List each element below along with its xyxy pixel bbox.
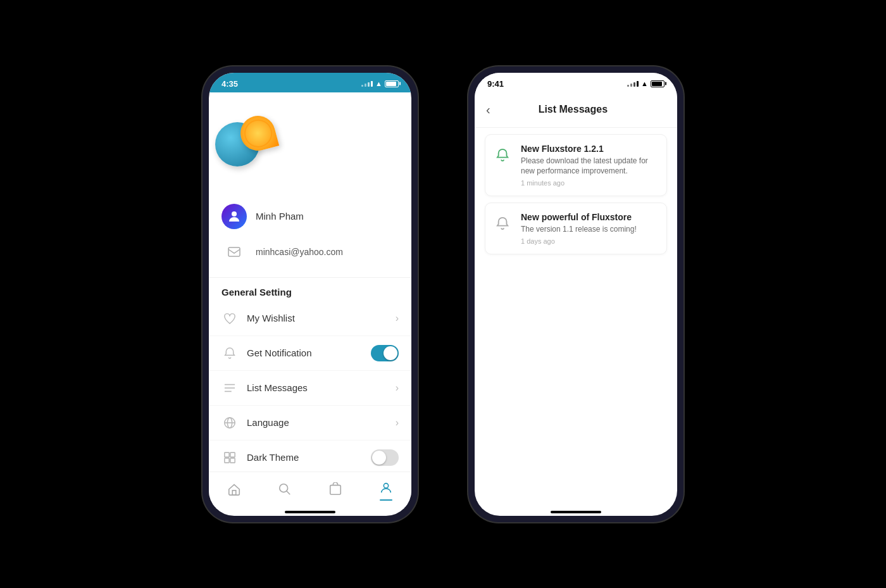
- message-body-2: The version 1.1 release is coming!: [521, 224, 659, 235]
- dark-theme-toggle-knob: [372, 451, 386, 465]
- nav-cart[interactable]: [322, 480, 349, 502]
- grid-icon: ⊞: [209, 92, 411, 106]
- general-setting-label: General Setting: [209, 278, 411, 301]
- message-time-2: 1 days ago: [521, 237, 659, 245]
- list-messages-chevron: ›: [396, 382, 399, 394]
- phone1-shell: 4:35 ▲ ⊞ Setting: [203, 66, 418, 522]
- message-card-1[interactable]: New Fluxstore 1.2.1 Please download the …: [485, 134, 667, 197]
- dark-theme-toggle[interactable]: [371, 449, 399, 466]
- phone2-screen: 9:41 ▲ ‹ List Messages: [475, 73, 677, 516]
- dark-theme-label: Dark Theme: [247, 452, 362, 463]
- profile-icon: [379, 481, 393, 498]
- svg-rect-1: [228, 247, 240, 256]
- message-title-2: New powerful of Fluxstore: [521, 212, 659, 222]
- menu-item-wishlist[interactable]: My Wishlist ›: [209, 301, 411, 336]
- home-indicator: [285, 511, 335, 513]
- phone2-shell: 9:41 ▲ ‹ List Messages: [468, 66, 683, 522]
- screen-title: Setting: [209, 175, 411, 191]
- menu-item-dark-theme[interactable]: Dark Theme: [209, 441, 411, 472]
- back-button[interactable]: ‹: [485, 101, 497, 118]
- message-content-1: New Fluxstore 1.2.1 Please download the …: [521, 144, 659, 187]
- svg-rect-9: [230, 452, 235, 456]
- menu-item-language[interactable]: Language ›: [209, 406, 411, 441]
- header-background: ⊞ Setting: [209, 92, 411, 191]
- list-messages-header: ‹ List Messages: [475, 92, 677, 128]
- svg-point-13: [280, 484, 288, 492]
- status-bar-1: 4:35 ▲: [209, 73, 411, 92]
- svg-line-14: [287, 491, 290, 494]
- home-icon: [227, 482, 241, 499]
- svg-rect-12: [232, 490, 236, 494]
- bell-icon-inactive: [493, 213, 513, 234]
- status-time-2: 9:41: [487, 79, 504, 89]
- profile-email: minhcasi@yahoo.com: [256, 247, 343, 257]
- language-icon: [222, 415, 238, 431]
- nav-profile[interactable]: [373, 479, 399, 503]
- svg-rect-8: [225, 452, 229, 456]
- svg-point-16: [384, 483, 388, 487]
- battery-icon: [385, 80, 399, 87]
- email-row: minhcasi@yahoo.com: [222, 234, 399, 270]
- message-list: New Fluxstore 1.2.1 Please download the …: [475, 128, 677, 267]
- signal-icon-2: [627, 81, 639, 87]
- wishlist-icon: [222, 310, 238, 327]
- wifi-icon: ▲: [375, 80, 382, 87]
- list-messages-label: List Messages: [247, 382, 387, 393]
- status-time: 4:35: [222, 79, 238, 89]
- nav-home[interactable]: [221, 480, 247, 502]
- mail-icon: [222, 239, 247, 265]
- notification-label: Get Notification: [247, 347, 362, 358]
- avatar: [222, 204, 247, 229]
- status-bar-2: 9:41 ▲: [475, 73, 677, 92]
- language-chevron: ›: [396, 417, 399, 428]
- status-icons-2: ▲: [627, 80, 664, 87]
- search-icon: [278, 482, 292, 499]
- message-title-1: New Fluxstore 1.2.1: [521, 144, 659, 154]
- wishlist-chevron: ›: [396, 313, 399, 324]
- profile-name-row: Minh Pham: [222, 199, 399, 234]
- svg-rect-15: [330, 485, 341, 494]
- list-messages-icon: [222, 380, 238, 396]
- bell-icon-active: [493, 145, 513, 165]
- screen-body: Minh Pham minhcasi@yahoo.com General Set…: [209, 191, 411, 472]
- nav-search[interactable]: [271, 480, 298, 502]
- wifi-icon-2: ▲: [641, 80, 648, 87]
- notification-icon: [222, 345, 238, 361]
- notification-toggle[interactable]: [371, 345, 399, 361]
- bottom-nav: [209, 472, 411, 507]
- notification-toggle-knob: [384, 346, 397, 360]
- phone1-screen: 4:35 ▲ ⊞ Setting: [209, 73, 411, 516]
- menu-item-notification[interactable]: Get Notification: [209, 336, 411, 371]
- fruit-image: [209, 113, 285, 170]
- list-messages-title: List Messages: [497, 104, 649, 115]
- home-indicator-2: [551, 511, 601, 513]
- svg-rect-10: [225, 458, 229, 462]
- dark-theme-icon: [222, 449, 238, 466]
- svg-rect-11: [230, 458, 235, 462]
- nav-active-indicator: [380, 499, 392, 501]
- message-body-1: Please download the latest update for ne…: [521, 156, 659, 177]
- wishlist-label: My Wishlist: [247, 313, 387, 323]
- battery-icon-2: [651, 80, 664, 87]
- cart-icon: [328, 482, 342, 499]
- language-label: Language: [247, 417, 387, 428]
- message-content-2: New powerful of Fluxstore The version 1.…: [521, 212, 659, 245]
- status-icons: ▲: [361, 80, 399, 87]
- profile-name: Minh Pham: [256, 211, 304, 222]
- menu-item-list-messages[interactable]: List Messages ›: [209, 371, 411, 406]
- svg-point-0: [232, 211, 237, 216]
- message-card-2[interactable]: New powerful of Fluxstore The version 1.…: [485, 203, 667, 254]
- profile-section: Minh Pham minhcasi@yahoo.com: [209, 191, 411, 278]
- message-time-1: 1 minutes ago: [521, 179, 659, 187]
- signal-icon: [361, 81, 373, 87]
